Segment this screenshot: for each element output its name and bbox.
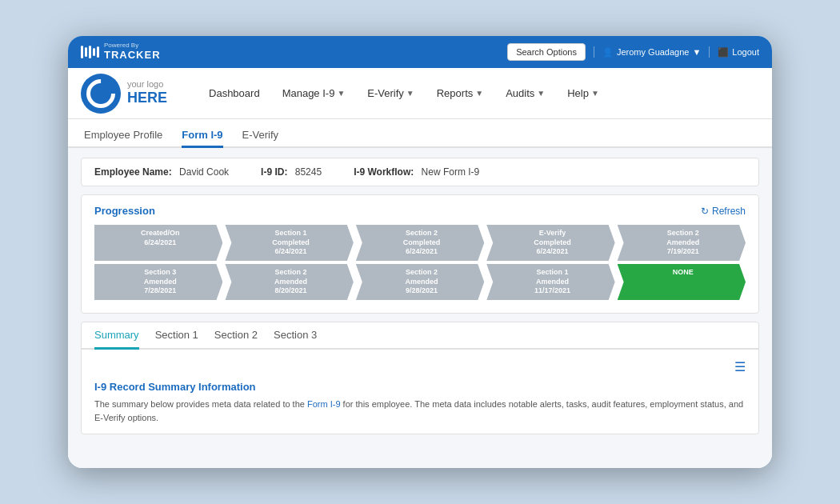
section-tab-section3-label: Section 3	[274, 329, 317, 341]
sub-tabs: Employee Profile Form I-9 E-Verify	[68, 119, 772, 148]
employee-name-label: Employee Name:	[94, 166, 172, 178]
refresh-button[interactable]: ↻ Refresh	[701, 206, 746, 217]
nav-audits[interactable]: Audits ▼	[496, 82, 554, 104]
top-bar: Powered By TRACKER Search Options 👤 Jero…	[68, 36, 772, 68]
chevron-s3a-line3: 7/28/2021	[104, 286, 216, 296]
user-name: Jeromy Guadagne	[617, 47, 690, 57]
tracker-name: TRACKER	[104, 50, 161, 61]
nav-audits-label: Audits	[506, 87, 534, 99]
chevron-s2c-line1: Section 2	[366, 229, 478, 238]
section-tabs-card: Summary Section 1 Section 2 Section 3 ☰ …	[81, 322, 759, 434]
chevron-s1-amended: Section 1 Amended 11/17/2021	[486, 264, 614, 300]
top-bar-right: Search Options 👤 Jeromy Guadagne ▼ ⬛ Log…	[507, 43, 759, 61]
section-tab-summary-label: Summary	[94, 329, 139, 341]
nav-help[interactable]: Help ▼	[558, 82, 609, 104]
tab-everify-label: E-Verify	[242, 129, 279, 141]
chevron-s2a2-line3: 8/20/2021	[234, 286, 346, 296]
chevron-s2a2-line1: Section 2	[234, 268, 346, 278]
section-tab-section2[interactable]: Section 2	[214, 322, 258, 350]
progression-title: Progression	[94, 205, 155, 217]
chevron-s1-line2: Completed	[234, 238, 346, 248]
search-options-button[interactable]: Search Options	[507, 43, 586, 61]
tab-employee-profile-label: Employee Profile	[84, 129, 162, 141]
chevron-none-label: NONE	[627, 268, 739, 278]
powered-by: Powered By	[104, 42, 161, 50]
logo-circle-inner	[81, 74, 121, 114]
nav-audits-arrow: ▼	[537, 89, 545, 98]
tab-form-i9[interactable]: Form I-9	[182, 124, 222, 148]
device-frame: Powered By TRACKER Search Options 👤 Jero…	[68, 36, 772, 468]
section-tab-section2-label: Section 2	[214, 329, 258, 341]
hamburger-icon: ☰	[734, 360, 746, 374]
chevron-created: Created/On 6/24/2021	[94, 225, 222, 261]
chevron-s2c-line2: Completed	[366, 238, 478, 248]
logout-icon: ⬛	[718, 47, 729, 58]
divider2	[709, 46, 710, 58]
chevron-s2-completed: Section 2 Completed 6/24/2021	[356, 225, 484, 261]
refresh-label: Refresh	[712, 206, 746, 217]
progression-row1: Created/On 6/24/2021 Section 1 Completed…	[94, 225, 746, 261]
user-info[interactable]: 👤 Jeromy Guadagne ▼	[602, 47, 701, 58]
nav-dashboard-label: Dashboard	[209, 87, 260, 99]
divider	[594, 46, 594, 58]
chevron-s2a1-line2: Amended	[627, 238, 739, 248]
tab-employee-profile[interactable]: Employee Profile	[84, 124, 162, 148]
chevron-s2-amended3: Section 2 Amended 9/28/2021	[356, 264, 484, 300]
chevron-s3-amended: Section 3 Amended 7/28/2021	[94, 264, 222, 300]
nav-help-label: Help	[567, 87, 589, 99]
bar3	[89, 46, 91, 58]
nav-manage-i9-label: Manage I-9	[282, 87, 335, 99]
nav-manage-i9-arrow: ▼	[337, 89, 345, 98]
chevron-ev-line3: 6/24/2021	[496, 247, 608, 257]
section-content-area: ☰ I-9 Record Summary Information The sum…	[82, 350, 758, 434]
record-summary-desc: The summary below provides meta data rel…	[94, 398, 746, 424]
chevron-none: NONE	[618, 264, 746, 300]
chevron-s2a3-line3: 9/28/2021	[366, 286, 478, 296]
chevron-created-line2: 6/24/2021	[104, 238, 216, 248]
section-tab-section1[interactable]: Section 1	[155, 322, 198, 350]
nav-dashboard[interactable]: Dashboard	[199, 82, 270, 104]
workflow-value: New Form I-9	[422, 166, 480, 178]
main-nav: Dashboard Manage I-9 ▼ E-Verify ▼ Report…	[199, 82, 759, 104]
logout-button[interactable]: ⬛ Logout	[718, 47, 759, 58]
employee-id-value: 85245	[295, 166, 322, 178]
tracker-text: Powered By TRACKER	[104, 42, 161, 61]
workflow-item: I-9 Workflow: New Form I-9	[354, 166, 479, 178]
chevron-s1-line1: Section 1	[234, 229, 346, 238]
employee-name-value: David Cook	[179, 166, 229, 178]
nav-help-arrow: ▼	[591, 89, 599, 98]
record-desc-text1: The summary below provides meta data rel…	[94, 399, 307, 409]
nav-everify[interactable]: E-Verify ▼	[358, 82, 423, 104]
nav-manage-i9[interactable]: Manage I-9 ▼	[273, 82, 355, 104]
progression-card: Progression ↻ Refresh Created/On 6/24/20…	[81, 194, 759, 314]
nav-everify-arrow: ▼	[406, 89, 414, 98]
employee-id-item: I-9 ID: 85245	[261, 166, 322, 178]
main-content: Employee Name: David Cook I-9 ID: 85245 …	[68, 148, 772, 468]
chevron-s1-completed: Section 1 Completed 6/24/2021	[225, 225, 353, 261]
chevron-everify-completed: E-Verify Completed 6/24/2021	[486, 225, 614, 261]
nav-bar: your logo HERE Dashboard Manage I-9 ▼ E-…	[68, 68, 772, 119]
employee-info-bar: Employee Name: David Cook I-9 ID: 85245 …	[81, 158, 759, 186]
chevron-s3a-line1: Section 3	[104, 268, 216, 278]
progression-row2: Section 3 Amended 7/28/2021 Section 2 Am…	[94, 264, 746, 300]
tab-everify[interactable]: E-Verify	[242, 124, 279, 148]
workflow-label: I-9 Workflow:	[354, 166, 414, 178]
section-tab-bar: Summary Section 1 Section 2 Section 3	[82, 322, 758, 350]
form-i9-link[interactable]: Form I-9	[307, 399, 341, 409]
nav-reports[interactable]: Reports ▼	[427, 82, 493, 104]
section-tab-section3[interactable]: Section 3	[274, 322, 317, 350]
menu-icon-btn[interactable]: ☰	[734, 359, 746, 374]
logo-area: your logo HERE	[81, 74, 167, 114]
bar4	[93, 48, 95, 56]
chevron-ev-line2: Completed	[496, 238, 608, 248]
section-tab-summary[interactable]: Summary	[94, 322, 139, 350]
bar1	[81, 46, 83, 58]
chevron-s2a1-line1: Section 2	[627, 229, 739, 238]
employee-name-item: Employee Name: David Cook	[94, 166, 229, 178]
chevron-s2a3-line2: Amended	[366, 278, 478, 287]
chevron-s1a-line3: 11/17/2021	[496, 286, 608, 296]
nav-reports-label: Reports	[437, 87, 474, 99]
chevron-s2a3-line1: Section 2	[366, 268, 478, 278]
nav-everify-label: E-Verify	[367, 87, 404, 99]
chevron-s2a1-line3: 7/19/2021	[627, 247, 739, 257]
